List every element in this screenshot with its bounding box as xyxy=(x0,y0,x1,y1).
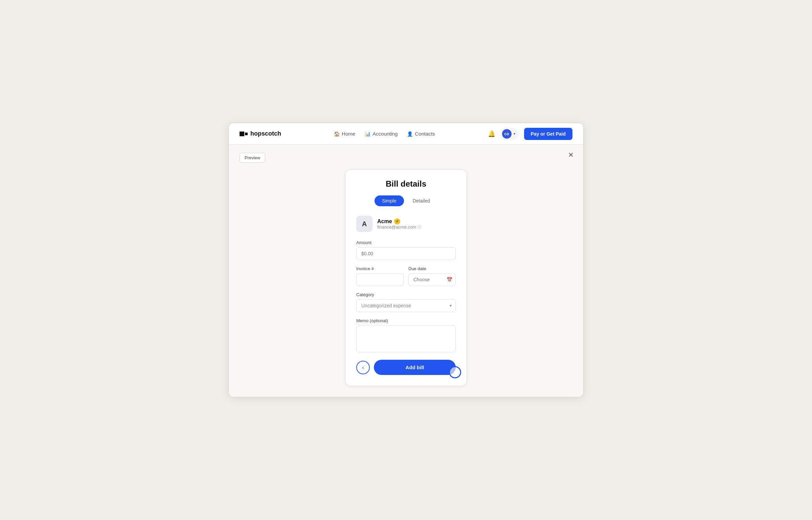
calendar-icon: 📅 xyxy=(447,277,452,282)
memo-label: Memo (optional) xyxy=(356,318,456,323)
due-date-label: Due date xyxy=(408,266,456,271)
tab-group: Simple Detailed xyxy=(356,195,456,206)
logo-text: hopscotch xyxy=(250,130,281,137)
memo-textarea[interactable] xyxy=(356,325,456,352)
vendor-row: A Acme ✓ finance@acme.com ⓘ xyxy=(356,216,456,232)
amount-field-group: Amount xyxy=(356,240,456,260)
main-nav: 🏠 Home 📊 Accounting 👤 Contacts xyxy=(334,131,435,137)
memo-field-group: Memo (optional) xyxy=(356,318,456,354)
nav-accounting-label: Accounting xyxy=(373,131,398,137)
logo: hopscotch xyxy=(240,130,281,137)
logo-icon xyxy=(240,132,248,136)
form-actions: ‹ Add bill ↖ xyxy=(356,360,456,375)
invoice-field-group: Invoice # xyxy=(356,266,404,286)
pay-or-get-paid-button[interactable]: Pay or Get Paid xyxy=(524,128,572,140)
content-area: Preview ✕ Bill details Simple Detailed A… xyxy=(229,145,583,397)
preview-button[interactable]: Preview xyxy=(240,153,265,163)
nav-accounting[interactable]: 📊 Accounting xyxy=(365,131,398,137)
category-field-group: Category Uncategorized expense ▾ xyxy=(356,292,456,312)
vendor-info: Acme ✓ finance@acme.com ⓘ xyxy=(377,218,421,230)
add-bill-label: Add bill xyxy=(406,364,424,370)
amount-input[interactable] xyxy=(356,247,456,260)
nav-home-label: Home xyxy=(342,131,355,137)
header: hopscotch 🏠 Home 📊 Accounting 👤 Contacts… xyxy=(229,123,583,145)
category-select[interactable]: Uncategorized expense xyxy=(356,299,456,312)
cursor-icon: ↖ xyxy=(453,370,457,376)
cursor-indicator: ↖ xyxy=(449,366,461,378)
bill-details-modal: Bill details Simple Detailed A Acme ✓ fi… xyxy=(345,169,467,386)
category-label: Category xyxy=(356,292,456,297)
invoice-due-row: Invoice # Due date 📅 xyxy=(356,266,456,286)
vendor-email: finance@acme.com xyxy=(377,224,416,230)
modal-title: Bill details xyxy=(356,179,456,189)
vendor-avatar: A xyxy=(356,216,373,232)
verified-badge: ✓ xyxy=(394,218,400,224)
invoice-input[interactable] xyxy=(356,273,404,286)
home-icon: 🏠 xyxy=(334,131,340,137)
user-avatar-badge[interactable]: co ▾ xyxy=(501,128,519,140)
close-button[interactable]: ✕ xyxy=(568,151,574,158)
avatar-initials: co xyxy=(504,132,509,136)
invoice-label: Invoice # xyxy=(356,266,404,271)
amount-label: Amount xyxy=(356,240,456,245)
contacts-icon: 👤 xyxy=(407,131,413,137)
avatar: co xyxy=(502,129,512,139)
tab-simple[interactable]: Simple xyxy=(375,195,404,206)
category-select-wrapper: Uncategorized expense ▾ xyxy=(356,299,456,312)
due-date-input-wrapper: 📅 xyxy=(408,273,456,286)
nav-home[interactable]: 🏠 Home xyxy=(334,131,355,137)
accounting-icon: 📊 xyxy=(365,131,370,137)
nav-contacts[interactable]: 👤 Contacts xyxy=(407,131,435,137)
app-window: hopscotch 🏠 Home 📊 Accounting 👤 Contacts… xyxy=(228,123,584,397)
nav-contacts-label: Contacts xyxy=(415,131,435,137)
chevron-down-icon: ▾ xyxy=(514,132,515,136)
back-button[interactable]: ‹ xyxy=(356,361,370,374)
vendor-email-row: finance@acme.com ⓘ xyxy=(377,224,421,230)
due-date-field-group: Due date 📅 xyxy=(408,266,456,286)
tab-detailed[interactable]: Detailed xyxy=(405,195,437,206)
vendor-name-row: Acme ✓ xyxy=(377,218,421,224)
info-icon[interactable]: ⓘ xyxy=(418,224,421,230)
header-right: 🔔 co ▾ Pay or Get Paid xyxy=(488,128,572,140)
notification-bell-icon[interactable]: 🔔 xyxy=(488,130,495,138)
chevron-left-icon: ‹ xyxy=(362,364,364,371)
add-bill-button[interactable]: Add bill ↖ xyxy=(374,360,456,375)
vendor-name: Acme xyxy=(377,218,392,224)
